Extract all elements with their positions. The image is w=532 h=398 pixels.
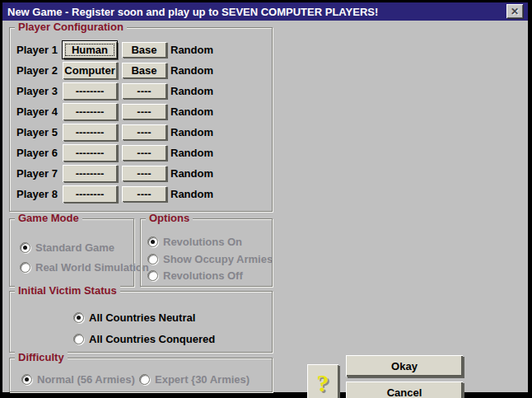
- radio-normal-difficulty[interactable]: Normal (56 Armies): [21, 373, 135, 385]
- options-legend: Options: [146, 213, 193, 224]
- radio-standard-game[interactable]: Standard Game: [20, 241, 114, 253]
- player-8-label: Player 8: [16, 188, 58, 200]
- radio-expert-difficulty[interactable]: Expert {30 Armies): [139, 373, 250, 385]
- cancel-button[interactable]: Cancel: [346, 382, 463, 398]
- radio-button-icon: [147, 254, 158, 265]
- radio-label: Revolutions On: [163, 236, 242, 248]
- radio-label: Show Occupy Armies: [163, 253, 273, 265]
- radio-button-icon: [73, 334, 84, 344]
- player-2-label: Player 2: [16, 64, 58, 77]
- player-5-base-button[interactable]: ----: [122, 124, 166, 140]
- radio-label: Normal (56 Armies): [37, 373, 135, 386]
- player-1-type-button[interactable]: Human: [63, 41, 117, 59]
- player-7-label: Player 7: [16, 167, 58, 180]
- difficulty-group: Difficulty Normal (56 Armies) Expert {30…: [9, 358, 273, 392]
- player-8-type-button[interactable]: --------: [63, 185, 117, 203]
- player-row: Player 5 -------- ---- Random: [10, 124, 272, 142]
- player-row: Player 8 -------- ---- Random: [10, 185, 272, 204]
- okay-button[interactable]: Okay: [346, 355, 463, 377]
- radio-all-countries-neutral[interactable]: All Countries Neutral: [73, 311, 195, 323]
- player-6-random-label: Random: [170, 147, 213, 159]
- radio-button-icon: [21, 374, 32, 385]
- player-configuration-legend: Player Configuration: [15, 21, 127, 33]
- player-3-random-label: Random: [170, 85, 213, 97]
- player-5-random-label: Random: [170, 126, 213, 138]
- window-title: New Game - Register soon and play up to …: [7, 6, 378, 18]
- help-button[interactable]: ?: [307, 364, 338, 398]
- radio-revolutions-off[interactable]: Revolutions Off: [147, 269, 243, 281]
- difficulty-legend: Difficulty: [15, 352, 68, 363]
- new-game-dialog: New Game - Register soon and play up to …: [0, 0, 532, 398]
- radio-show-occupy-armies[interactable]: Show Occupy Armies: [147, 253, 273, 265]
- player-row: Player 3 -------- ---- Random: [10, 82, 272, 101]
- radio-button-icon: [20, 262, 30, 273]
- player-3-type-button[interactable]: --------: [63, 82, 117, 100]
- radio-label: All Countries Neutral: [89, 311, 195, 324]
- player-4-label: Player 4: [16, 105, 58, 118]
- radio-button-icon: [139, 374, 150, 385]
- player-8-random-label: Random: [170, 188, 213, 200]
- player-1-base-button[interactable]: Base: [122, 42, 166, 58]
- radio-button-icon: [147, 236, 158, 247]
- game-mode-legend: Game Mode: [15, 213, 82, 224]
- radio-button-icon: [73, 312, 84, 323]
- player-row: Player 1 Human Base Random: [10, 41, 272, 59]
- radio-button-icon: [20, 242, 30, 253]
- player-row: Player 7 -------- ---- Random: [10, 165, 272, 183]
- player-3-base-button[interactable]: ----: [122, 83, 166, 99]
- player-1-label: Player 1: [16, 44, 58, 56]
- player-6-type-button[interactable]: --------: [63, 144, 117, 162]
- initial-victim-status-group: Initial Victim Status All Countries Neut…: [9, 291, 273, 353]
- radio-label: Revolutions Off: [163, 269, 243, 282]
- player-6-label: Player 6: [16, 147, 58, 159]
- radio-label: Expert {30 Armies): [155, 373, 250, 386]
- radio-revolutions-on[interactable]: Revolutions On: [147, 236, 242, 247]
- options-group: Options Revolutions On Show Occupy Armie…: [140, 218, 273, 287]
- player-4-base-button[interactable]: ----: [122, 104, 166, 119]
- player-row: Player 6 -------- ---- Random: [10, 144, 272, 162]
- close-icon: ✕: [511, 7, 519, 16]
- player-1-random-label: Random: [170, 44, 213, 56]
- radio-label: All Countries Conquered: [89, 333, 215, 345]
- player-7-base-button[interactable]: ----: [122, 166, 166, 181]
- radio-all-countries-conquered[interactable]: All Countries Conquered: [73, 333, 215, 344]
- player-6-base-button[interactable]: ----: [122, 145, 166, 161]
- question-mark-icon: ?: [317, 371, 329, 396]
- close-button[interactable]: ✕: [506, 4, 523, 18]
- game-mode-group: Game Mode Standard Game Real World Simul…: [9, 218, 134, 287]
- radio-label: Standard Game: [35, 241, 114, 254]
- player-configuration-group: Player Configuration Player 1 Human Base…: [9, 27, 273, 212]
- player-row: Player 4 -------- ---- Random: [10, 103, 272, 121]
- player-3-label: Player 3: [16, 85, 58, 97]
- player-2-type-button[interactable]: Computer: [63, 62, 117, 79]
- radio-real-world-simulation[interactable]: Real World Simulation: [20, 261, 149, 273]
- player-5-label: Player 5: [16, 126, 58, 138]
- player-7-random-label: Random: [170, 167, 213, 180]
- radio-button-icon: [147, 270, 158, 281]
- player-2-random-label: Random: [170, 64, 213, 77]
- player-7-type-button[interactable]: --------: [63, 165, 117, 182]
- dialog-content: Player Configuration Player 1 Human Base…: [2, 21, 528, 392]
- player-4-random-label: Random: [170, 105, 213, 118]
- player-4-type-button[interactable]: --------: [63, 103, 117, 120]
- title-bar: New Game - Register soon and play up to …: [2, 2, 528, 21]
- initial-victim-status-legend: Initial Victim Status: [15, 285, 120, 297]
- player-5-type-button[interactable]: --------: [63, 124, 117, 141]
- player-8-base-button[interactable]: ----: [122, 186, 166, 202]
- player-row: Player 2 Computer Base Random: [10, 62, 272, 80]
- dialog-body: New Game - Register soon and play up to …: [2, 2, 528, 392]
- radio-label: Real World Simulation: [35, 261, 149, 274]
- player-2-base-button[interactable]: Base: [122, 63, 166, 78]
